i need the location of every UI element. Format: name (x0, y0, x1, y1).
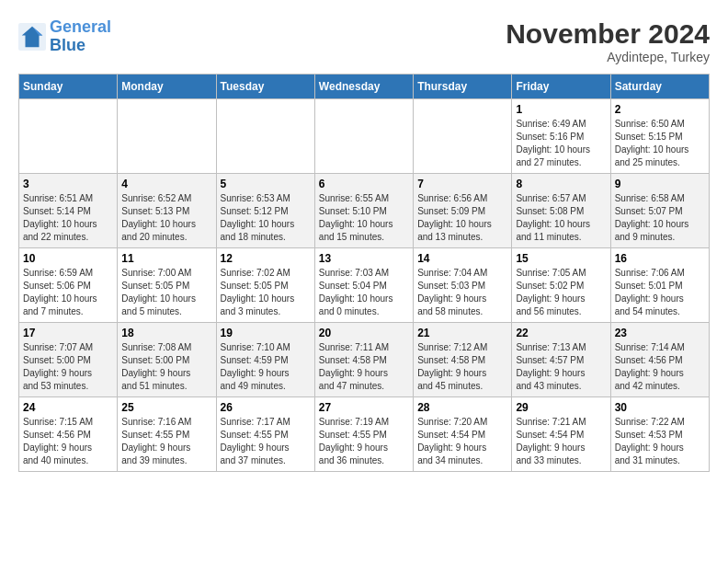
week-row-2: 3Sunrise: 6:51 AM Sunset: 5:14 PM Daylig… (19, 174, 710, 248)
weekday-header-saturday: Saturday (610, 75, 709, 99)
week-row-1: 1Sunrise: 6:49 AM Sunset: 5:16 PM Daylig… (19, 99, 710, 174)
day-number: 9 (615, 178, 705, 190)
day-cell: 28Sunrise: 7:20 AM Sunset: 4:54 PM Dayli… (414, 397, 512, 472)
day-cell: 23Sunrise: 7:14 AM Sunset: 4:56 PM Dayli… (610, 323, 709, 397)
day-info: Sunrise: 6:57 AM Sunset: 5:08 PM Dayligh… (516, 192, 606, 244)
day-cell: 30Sunrise: 7:22 AM Sunset: 4:53 PM Dayli… (610, 397, 709, 472)
day-number: 30 (615, 401, 705, 414)
day-cell: 11Sunrise: 7:00 AM Sunset: 5:05 PM Dayli… (118, 248, 216, 323)
day-cell (314, 99, 413, 174)
day-number: 20 (319, 327, 409, 339)
week-row-3: 10Sunrise: 6:59 AM Sunset: 5:06 PM Dayli… (19, 248, 710, 323)
day-number: 26 (221, 401, 311, 414)
day-cell: 10Sunrise: 6:59 AM Sunset: 5:06 PM Dayli… (19, 248, 118, 323)
day-number: 19 (221, 327, 311, 339)
day-info: Sunrise: 7:14 AM Sunset: 4:56 PM Dayligh… (615, 341, 705, 393)
day-cell: 9Sunrise: 6:58 AM Sunset: 5:07 PM Daylig… (610, 174, 709, 248)
day-cell: 6Sunrise: 6:55 AM Sunset: 5:10 PM Daylig… (314, 174, 413, 248)
day-cell: 14Sunrise: 7:04 AM Sunset: 5:03 PM Dayli… (414, 248, 512, 323)
day-cell: 16Sunrise: 7:06 AM Sunset: 5:01 PM Dayli… (610, 248, 709, 323)
day-number: 7 (417, 178, 507, 190)
day-number: 10 (23, 252, 113, 265)
weekday-header-thursday: Thursday (414, 75, 512, 99)
weekday-header-friday: Friday (512, 75, 610, 99)
day-info: Sunrise: 6:49 AM Sunset: 5:16 PM Dayligh… (516, 118, 606, 169)
day-number: 14 (417, 252, 507, 265)
day-number: 4 (121, 178, 211, 190)
weekday-header-monday: Monday (118, 75, 216, 99)
day-cell: 4Sunrise: 6:52 AM Sunset: 5:13 PM Daylig… (118, 174, 216, 248)
day-cell: 17Sunrise: 7:07 AM Sunset: 5:00 PM Dayli… (19, 323, 118, 397)
month-title: November 2024 (506, 18, 710, 50)
day-cell: 25Sunrise: 7:16 AM Sunset: 4:55 PM Dayli… (118, 397, 216, 472)
calendar: SundayMondayTuesdayWednesdayThursdayFrid… (18, 74, 710, 472)
day-cell: 3Sunrise: 6:51 AM Sunset: 5:14 PM Daylig… (19, 174, 118, 248)
day-number: 23 (615, 327, 705, 339)
day-info: Sunrise: 6:56 AM Sunset: 5:09 PM Dayligh… (417, 192, 507, 244)
day-cell: 21Sunrise: 7:12 AM Sunset: 4:58 PM Dayli… (414, 323, 512, 397)
day-info: Sunrise: 7:03 AM Sunset: 5:04 PM Dayligh… (319, 267, 409, 318)
day-cell: 18Sunrise: 7:08 AM Sunset: 5:00 PM Dayli… (118, 323, 216, 397)
day-info: Sunrise: 6:59 AM Sunset: 5:06 PM Dayligh… (23, 267, 113, 318)
day-info: Sunrise: 6:52 AM Sunset: 5:13 PM Dayligh… (121, 192, 211, 244)
day-number: 5 (221, 178, 311, 190)
day-cell: 27Sunrise: 7:19 AM Sunset: 4:55 PM Dayli… (314, 397, 413, 472)
week-row-4: 17Sunrise: 7:07 AM Sunset: 5:00 PM Dayli… (19, 323, 710, 397)
day-info: Sunrise: 6:51 AM Sunset: 5:14 PM Dayligh… (23, 192, 113, 244)
day-number: 6 (319, 178, 409, 190)
logo-icon (18, 23, 46, 51)
day-number: 15 (516, 252, 606, 265)
day-cell: 1Sunrise: 6:49 AM Sunset: 5:16 PM Daylig… (512, 99, 610, 174)
day-info: Sunrise: 7:12 AM Sunset: 4:58 PM Dayligh… (417, 341, 507, 393)
weekday-header-tuesday: Tuesday (216, 75, 314, 99)
day-info: Sunrise: 7:15 AM Sunset: 4:56 PM Dayligh… (23, 416, 113, 467)
day-number: 16 (615, 252, 705, 265)
day-cell (19, 99, 118, 174)
day-cell (414, 99, 512, 174)
day-info: Sunrise: 6:50 AM Sunset: 5:15 PM Dayligh… (615, 118, 705, 169)
day-number: 13 (319, 252, 409, 265)
day-cell: 24Sunrise: 7:15 AM Sunset: 4:56 PM Dayli… (19, 397, 118, 472)
weekday-header-row: SundayMondayTuesdayWednesdayThursdayFrid… (19, 75, 710, 99)
day-info: Sunrise: 6:58 AM Sunset: 5:07 PM Dayligh… (615, 192, 705, 244)
day-number: 12 (221, 252, 311, 265)
day-info: Sunrise: 7:20 AM Sunset: 4:54 PM Dayligh… (417, 416, 507, 467)
day-info: Sunrise: 7:19 AM Sunset: 4:55 PM Dayligh… (319, 416, 409, 467)
day-cell (118, 99, 216, 174)
day-info: Sunrise: 7:04 AM Sunset: 5:03 PM Dayligh… (417, 267, 507, 318)
day-info: Sunrise: 7:05 AM Sunset: 5:02 PM Dayligh… (516, 267, 606, 318)
day-cell: 13Sunrise: 7:03 AM Sunset: 5:04 PM Dayli… (314, 248, 413, 323)
day-info: Sunrise: 7:22 AM Sunset: 4:53 PM Dayligh… (615, 416, 705, 467)
logo-text: General Blue (50, 18, 111, 55)
day-info: Sunrise: 7:11 AM Sunset: 4:58 PM Dayligh… (319, 341, 409, 393)
weekday-header-wednesday: Wednesday (314, 75, 413, 99)
location: Aydintepe, Turkey (506, 50, 710, 64)
title-area: November 2024 Aydintepe, Turkey (506, 18, 710, 64)
day-cell: 8Sunrise: 6:57 AM Sunset: 5:08 PM Daylig… (512, 174, 610, 248)
day-cell: 2Sunrise: 6:50 AM Sunset: 5:15 PM Daylig… (610, 99, 709, 174)
day-info: Sunrise: 7:02 AM Sunset: 5:05 PM Dayligh… (221, 267, 311, 318)
day-info: Sunrise: 7:13 AM Sunset: 4:57 PM Dayligh… (516, 341, 606, 393)
day-info: Sunrise: 7:17 AM Sunset: 4:55 PM Dayligh… (221, 416, 311, 467)
day-info: Sunrise: 7:10 AM Sunset: 4:59 PM Dayligh… (221, 341, 311, 393)
day-cell: 7Sunrise: 6:56 AM Sunset: 5:09 PM Daylig… (414, 174, 512, 248)
weekday-header-sunday: Sunday (19, 75, 118, 99)
day-cell: 26Sunrise: 7:17 AM Sunset: 4:55 PM Dayli… (216, 397, 314, 472)
day-number: 22 (516, 327, 606, 339)
day-number: 17 (23, 327, 113, 339)
day-number: 29 (516, 401, 606, 414)
day-info: Sunrise: 7:06 AM Sunset: 5:01 PM Dayligh… (615, 267, 705, 318)
day-cell: 12Sunrise: 7:02 AM Sunset: 5:05 PM Dayli… (216, 248, 314, 323)
day-info: Sunrise: 6:55 AM Sunset: 5:10 PM Dayligh… (319, 192, 409, 244)
day-cell: 29Sunrise: 7:21 AM Sunset: 4:54 PM Dayli… (512, 397, 610, 472)
day-number: 25 (121, 401, 211, 414)
week-row-5: 24Sunrise: 7:15 AM Sunset: 4:56 PM Dayli… (19, 397, 710, 472)
day-info: Sunrise: 7:16 AM Sunset: 4:55 PM Dayligh… (121, 416, 211, 467)
day-cell: 15Sunrise: 7:05 AM Sunset: 5:02 PM Dayli… (512, 248, 610, 323)
day-info: Sunrise: 6:53 AM Sunset: 5:12 PM Dayligh… (221, 192, 311, 244)
day-cell: 5Sunrise: 6:53 AM Sunset: 5:12 PM Daylig… (216, 174, 314, 248)
day-info: Sunrise: 7:00 AM Sunset: 5:05 PM Dayligh… (121, 267, 211, 318)
header: General Blue November 2024 Aydintepe, Tu… (18, 18, 710, 64)
day-number: 8 (516, 178, 606, 190)
day-info: Sunrise: 7:21 AM Sunset: 4:54 PM Dayligh… (516, 416, 606, 467)
